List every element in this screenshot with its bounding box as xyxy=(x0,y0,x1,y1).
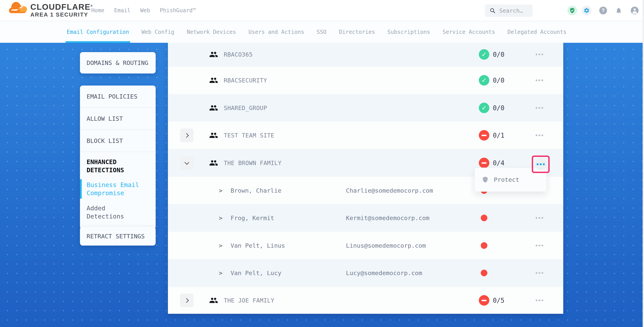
group-name: TEST TEAM SITE xyxy=(224,132,274,139)
member-caret-icon: > xyxy=(219,187,222,194)
member-name: Brown, Charlie xyxy=(230,187,281,194)
group-name: THE BROWN FAMILY xyxy=(224,160,282,166)
settings-gear-icon[interactable] xyxy=(582,6,592,15)
table-row[interactable]: > Frog, Kermit Kermit@somedemocorp.com xyxy=(168,204,563,232)
allow-list-label: ALLOW LIST xyxy=(86,115,123,122)
more-menu-button[interactable] xyxy=(536,300,543,301)
tab-subscriptions[interactable]: Subscriptions xyxy=(386,21,431,43)
sidebar-item-retract-settings[interactable]: RETRACT SETTINGS xyxy=(80,227,156,246)
group-icon xyxy=(209,50,218,59)
group-icon xyxy=(209,131,218,140)
group-name: RBACSECURITY xyxy=(224,77,267,84)
search-box[interactable] xyxy=(485,4,533,17)
email-policies-label: EMAIL POLICIES xyxy=(86,93,137,100)
tab-network-devices[interactable]: Network Devices xyxy=(186,21,237,43)
page-scrollbar[interactable] xyxy=(643,0,644,327)
sidebar-item-domains-routing[interactable]: DOMAINS & ROUTING xyxy=(80,52,156,73)
status-blocked-dot xyxy=(481,270,488,276)
group-name: SHARED_GROUP xyxy=(224,104,267,111)
added-detections-label: Added Detections xyxy=(86,204,142,221)
group-icon xyxy=(209,158,218,167)
table-row[interactable]: > Van Pelt, Linus Linus@somedemocorp.com xyxy=(168,232,563,259)
more-menu-button[interactable] xyxy=(536,107,543,109)
more-menu-button[interactable] xyxy=(536,245,543,246)
tab-sso[interactable]: SSO xyxy=(316,21,328,43)
groups-table: RBACO365 ✓ 0/0 RBACSECURITY ✓ 0/0 SHARED… xyxy=(168,42,563,314)
shield-check-icon[interactable] xyxy=(567,6,577,15)
more-menu-button[interactable] xyxy=(536,272,543,274)
tab-web-config[interactable]: Web Config xyxy=(140,21,176,43)
sidebar-item-email-policies[interactable]: EMAIL POLICIES xyxy=(80,85,156,108)
retract-settings-label: RETRACT SETTINGS xyxy=(86,233,145,240)
more-dots-icon xyxy=(536,163,545,165)
nav-email[interactable]: Email xyxy=(114,7,130,13)
more-menu-button[interactable] xyxy=(536,54,543,55)
tab-users-and-actions[interactable]: Users and Actions xyxy=(247,21,306,43)
group-icon xyxy=(209,103,218,112)
status-ok-icon: ✓ xyxy=(479,103,489,113)
app-page: CLOUDFLARE® AREA 1 SECURITY Home Email W… xyxy=(0,0,644,327)
bell-icon[interactable] xyxy=(614,6,623,15)
nav-web[interactable]: Web xyxy=(140,7,150,13)
member-email: Charlie@somedemocorp.com xyxy=(346,187,433,194)
cloudflare-logo[interactable]: CLOUDFLARE® AREA 1 SECURITY xyxy=(9,1,93,18)
member-email: Lucy@somedemocorp.com xyxy=(346,270,422,277)
enhanced-detections-section: ENHANCED DETECTIONS Business Email Compr… xyxy=(80,152,156,229)
table-row[interactable]: > Van Pelt, Lucy Lucy@somedemocorp.com xyxy=(168,259,563,287)
table-row[interactable]: RBACO365 ✓ 0/0 xyxy=(168,42,563,66)
status-blocked-dot xyxy=(481,242,488,249)
help-icon[interactable]: ? xyxy=(599,6,607,14)
sidebar-item-block-list[interactable]: BLOCK LIST xyxy=(80,130,156,152)
member-email: Kermit@somedemocorp.com xyxy=(346,214,430,221)
table-row[interactable]: TEST TEAM SITE 0/1 xyxy=(168,121,563,149)
more-menu-button-active[interactable] xyxy=(535,158,547,170)
more-menu-button[interactable] xyxy=(536,135,543,136)
tab-service-accounts[interactable]: Service Accounts xyxy=(442,21,496,43)
table-row[interactable]: SHARED_GROUP ✓ 0/0 xyxy=(168,94,563,121)
nav-home[interactable]: Home xyxy=(91,7,104,13)
group-name: THE JOE FAMILY xyxy=(224,297,274,304)
enhanced-detections-title: ENHANCED DETECTIONS xyxy=(86,158,135,174)
sidebar-item-business-email-compromise[interactable]: Business Email Compromise xyxy=(80,179,156,199)
domains-routing-label: DOMAINS & ROUTING xyxy=(86,59,148,66)
logo-text: CLOUDFLARE® AREA 1 SECURITY xyxy=(30,1,93,18)
section-tabs: Email Configuration Web Config Network D… xyxy=(66,21,568,43)
tab-email-configuration[interactable]: Email Configuration xyxy=(66,21,130,43)
account-icon[interactable] xyxy=(631,6,638,14)
status-ok-icon: ✓ xyxy=(479,49,489,60)
member-count: 0/1 xyxy=(493,132,504,139)
member-count: 0/0 xyxy=(493,77,504,84)
table-row[interactable]: THE JOE FAMILY 0/5 xyxy=(168,287,563,314)
search-input[interactable] xyxy=(499,7,529,14)
logo-brand: CLOUDFLARE xyxy=(30,2,90,11)
section-tabs-bar: Email Configuration Web Config Network D… xyxy=(0,21,644,43)
chevron-down-icon xyxy=(184,160,189,165)
member-count: 0/0 xyxy=(493,51,504,58)
more-menu-button[interactable] xyxy=(536,217,543,219)
bec-label: Business Email Compromise xyxy=(86,181,142,197)
header-icons: ? xyxy=(567,0,638,21)
expand-button[interactable] xyxy=(180,128,194,142)
tab-directories[interactable]: Directories xyxy=(338,21,376,43)
tab-delegated-accounts[interactable]: Delegated Accounts xyxy=(506,21,568,43)
group-icon xyxy=(209,296,218,305)
status-ok-icon: ✓ xyxy=(479,75,489,85)
group-name: RBACO365 xyxy=(224,51,253,58)
expand-button[interactable] xyxy=(180,294,194,307)
top-navigation: Home Email Web PhishGuard™ xyxy=(91,0,196,21)
sidebar-item-allow-list[interactable]: ALLOW LIST xyxy=(80,108,156,130)
shield-icon xyxy=(482,176,489,183)
sidebar-item-added-detections[interactable]: Added Detections xyxy=(80,203,156,222)
group-icon xyxy=(209,76,218,85)
member-caret-icon: > xyxy=(219,242,222,249)
table-row[interactable]: RBACSECURITY ✓ 0/0 xyxy=(168,66,563,94)
collapse-button[interactable] xyxy=(180,156,194,170)
more-menu-button[interactable] xyxy=(536,79,543,81)
member-email: Linus@somedemocorp.com xyxy=(346,242,426,249)
chevron-right-icon xyxy=(184,298,189,303)
cloudflare-cloud-icon xyxy=(9,1,28,14)
member-count: 0/4 xyxy=(493,159,504,167)
nav-phishguard[interactable]: PhishGuard™ xyxy=(160,7,196,13)
member-count: 0/5 xyxy=(493,297,504,304)
status-blocked-icon xyxy=(479,158,489,168)
